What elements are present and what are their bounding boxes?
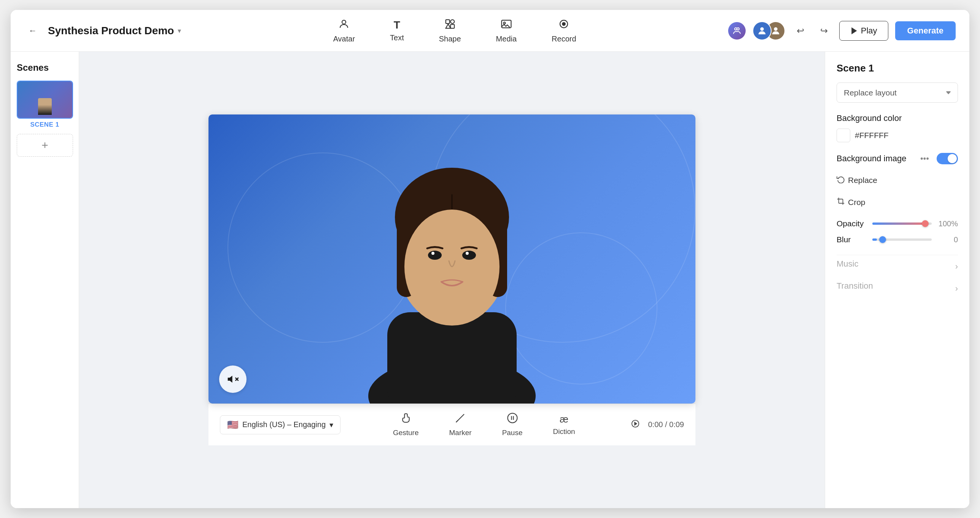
tool-pause[interactable]: Pause xyxy=(502,412,523,437)
scene1-thumbnail-inner xyxy=(18,81,72,118)
opacity-label: Opacity xyxy=(837,219,867,228)
toolbar-label-media: Media xyxy=(496,35,517,43)
toolbar-item-text[interactable]: T Text xyxy=(384,16,410,45)
collab-icon[interactable] xyxy=(728,22,746,40)
bottom-tools: Gesture Marker xyxy=(340,412,627,437)
svg-point-11 xyxy=(774,27,777,30)
add-scene-button[interactable]: + xyxy=(17,134,73,157)
redo-button[interactable]: ↪ xyxy=(816,22,832,39)
scenes-title: Scenes xyxy=(17,62,73,73)
svg-point-23 xyxy=(462,251,476,260)
tool-marker[interactable]: Marker xyxy=(449,412,472,437)
scene1-mini-avatar xyxy=(38,98,52,115)
header-left: ← Synthesia Product Demo ▾ xyxy=(24,22,181,39)
svg-point-2 xyxy=(450,19,454,23)
avatar-icon xyxy=(338,18,350,32)
sidebar: Scenes SCENE 1 + xyxy=(11,52,79,508)
replace-button[interactable]: Replace xyxy=(837,172,877,189)
flag-icon: 🇺🇸 xyxy=(227,419,239,430)
play-label: Play xyxy=(861,26,877,36)
pause-label: Pause xyxy=(502,429,523,437)
opacity-slider-thumb[interactable] xyxy=(922,220,929,227)
toolbar-item-shape[interactable]: Shape xyxy=(433,15,467,46)
gesture-label: Gesture xyxy=(393,429,419,437)
svg-point-25 xyxy=(466,252,469,255)
canvas-area: 🇺🇸 English (US) – Engaging ▾ Gesture xyxy=(79,52,825,508)
avatar-figure-container xyxy=(319,130,585,404)
background-color-row: #FFFFFF xyxy=(837,129,958,142)
canvas-background xyxy=(208,114,695,404)
scene1-label: SCENE 1 xyxy=(17,121,73,129)
project-title: Synthesia Product Demo xyxy=(48,25,174,37)
svg-point-9 xyxy=(737,28,739,30)
color-hex-value: #FFFFFF xyxy=(855,131,889,140)
play-button[interactable]: Play xyxy=(839,21,888,41)
timeline-counter: 0:00 / 0:09 xyxy=(648,420,684,429)
gesture-icon xyxy=(400,412,412,426)
main-body: Scenes SCENE 1 + xyxy=(11,52,969,508)
background-image-toggle[interactable] xyxy=(937,153,958,164)
crop-button[interactable]: Crop xyxy=(837,194,865,211)
opacity-slider-row: Opacity 100% xyxy=(837,219,958,228)
blur-value: 0 xyxy=(937,235,958,244)
svg-point-0 xyxy=(342,20,346,24)
canvas-frame xyxy=(208,114,695,404)
replace-icon xyxy=(837,175,845,186)
right-panel: Scene 1 Replace layout Background color … xyxy=(825,52,969,508)
toolbar-label-avatar: Avatar xyxy=(333,35,355,43)
header: ← Synthesia Product Demo ▾ Avatar T xyxy=(11,10,969,52)
undo-button[interactable]: ↩ xyxy=(792,22,809,39)
toolbar-item-media[interactable]: Media xyxy=(490,15,523,46)
media-icon xyxy=(501,18,512,32)
header-toolbar: Avatar T Text Shape xyxy=(181,15,728,46)
replace-layout-select[interactable]: Replace layout xyxy=(837,83,958,103)
replace-action-row: Replace xyxy=(837,172,958,189)
svg-rect-4 xyxy=(501,20,511,28)
svg-point-10 xyxy=(760,27,764,30)
svg-point-29 xyxy=(508,413,517,423)
avatar-svg xyxy=(319,130,585,404)
toolbar-item-avatar[interactable]: Avatar xyxy=(327,15,361,46)
language-selector[interactable]: 🇺🇸 English (US) – Engaging ▾ xyxy=(220,415,340,434)
app-window: ← Synthesia Product Demo ▾ Avatar T xyxy=(11,10,969,508)
svg-point-24 xyxy=(431,252,434,255)
svg-marker-12 xyxy=(852,28,856,33)
language-label: English (US) – Engaging xyxy=(242,420,326,429)
music-chevron[interactable]: › xyxy=(955,262,958,272)
blur-slider-track[interactable] xyxy=(872,238,932,241)
svg-marker-26 xyxy=(228,376,232,383)
divider-1 xyxy=(837,255,958,255)
scene1-container: SCENE 1 xyxy=(17,81,73,129)
toolbar-item-record[interactable]: Record xyxy=(546,15,582,46)
blur-slider-thumb[interactable] xyxy=(879,236,886,243)
transition-row: Transition › xyxy=(837,281,958,296)
color-swatch[interactable] xyxy=(837,129,850,142)
replace-label: Replace xyxy=(848,176,877,185)
transition-chevron[interactable]: › xyxy=(955,284,958,294)
toolbar-label-record: Record xyxy=(552,35,576,43)
opacity-value: 100% xyxy=(937,219,958,228)
tool-diction[interactable]: æ Diction xyxy=(553,413,575,436)
svg-marker-33 xyxy=(635,422,637,425)
scene1-thumbnail[interactable] xyxy=(17,81,73,119)
title-dropdown-icon[interactable]: ▾ xyxy=(178,27,181,35)
crop-action-row: Crop xyxy=(837,194,958,211)
svg-rect-14 xyxy=(387,312,517,404)
svg-rect-1 xyxy=(445,19,449,23)
avatar-user1[interactable] xyxy=(752,21,772,40)
tool-gesture[interactable]: Gesture xyxy=(393,412,419,437)
svg-rect-3 xyxy=(450,24,454,28)
back-button[interactable]: ← xyxy=(24,22,41,39)
background-image-dots-button[interactable]: ••• xyxy=(917,152,932,165)
pause-icon xyxy=(507,412,518,426)
volume-button[interactable] xyxy=(219,365,247,393)
blur-slider-row: Blur 0 xyxy=(837,235,958,244)
music-row: Music › xyxy=(837,259,958,274)
timeline-play-button[interactable] xyxy=(627,417,643,433)
background-color-title: Background color xyxy=(837,113,958,123)
avatar-group xyxy=(752,21,785,40)
opacity-slider-track[interactable] xyxy=(872,222,932,225)
text-icon: T xyxy=(394,19,400,31)
blur-label: Blur xyxy=(837,235,867,244)
generate-button[interactable]: Generate xyxy=(895,21,956,40)
